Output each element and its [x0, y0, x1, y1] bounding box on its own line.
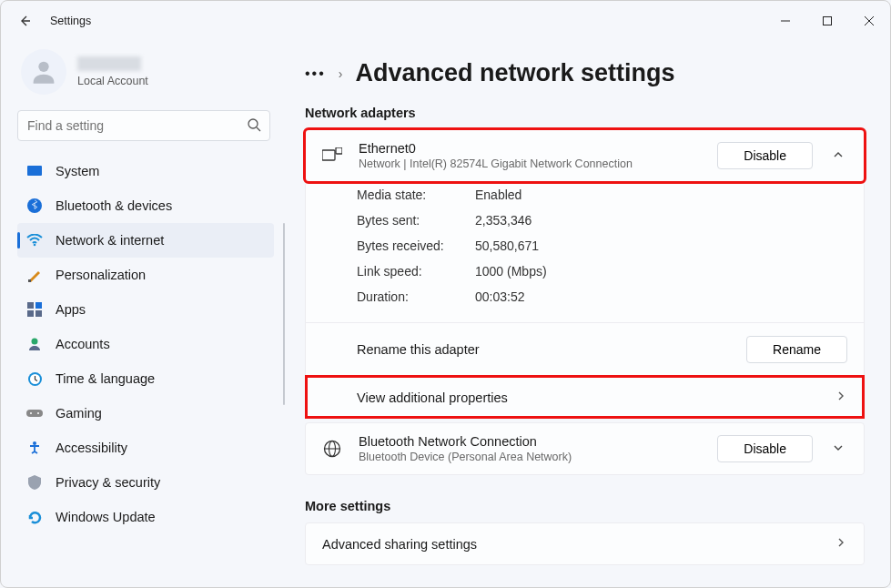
account-name [77, 56, 141, 71]
adapter-card-bluetooth: Bluetooth Network Connection Bluetooth D… [305, 422, 865, 475]
svg-rect-11 [27, 302, 34, 309]
rename-row: Rename this adapter Rename [306, 322, 864, 376]
adapter-details-card: Media state:Enabled Bytes sent:2,353,346… [305, 182, 865, 419]
apps-icon [26, 301, 43, 318]
sidebar-item-system[interactable]: System [17, 154, 274, 188]
minimize-button[interactable] [764, 1, 806, 41]
chevron-right-icon: › [339, 66, 343, 81]
detail-row: Bytes received:50,580,671 [357, 233, 847, 259]
page-title: Advanced network settings [355, 59, 674, 87]
sidebar-item-time[interactable]: Time & language [17, 361, 274, 396]
advanced-sharing-settings[interactable]: Advanced sharing settings [306, 523, 864, 564]
svg-point-19 [30, 412, 32, 414]
svg-point-4 [38, 62, 48, 72]
svg-point-5 [248, 119, 258, 128]
rename-button[interactable]: Rename [746, 336, 847, 363]
scroll-indicator [283, 223, 285, 405]
adapter-header[interactable]: Ethernet0 Network | Intel(R) 82574L Giga… [306, 130, 864, 181]
ethernet-icon [322, 147, 342, 164]
accounts-icon [26, 336, 43, 352]
personalization-icon [26, 267, 43, 283]
disable-button[interactable]: Disable [717, 435, 813, 462]
chevron-down-icon[interactable] [829, 441, 847, 457]
accessibility-icon [26, 440, 43, 456]
svg-rect-14 [35, 310, 42, 317]
sidebar-item-personalization[interactable]: Personalization [17, 258, 274, 292]
svg-rect-23 [336, 147, 342, 154]
search-icon [247, 117, 261, 135]
chevron-right-icon [835, 390, 847, 405]
account-type: Local Account [77, 75, 148, 87]
adapter-name: Ethernet0 [359, 141, 701, 156]
svg-rect-1 [824, 17, 832, 25]
detail-row: Bytes sent:2,353,346 [357, 208, 847, 233]
window-title: Settings [50, 15, 91, 27]
view-additional-properties[interactable]: View additional properties [306, 376, 864, 418]
section-more: More settings [305, 499, 865, 513]
sidebar-item-windows-update[interactable]: Windows Update [17, 500, 274, 534]
sidebar-item-privacy[interactable]: Privacy & security [17, 465, 274, 500]
detail-row: Link speed:1000 (Mbps) [357, 259, 847, 284]
adapter-card-ethernet0: Ethernet0 Network | Intel(R) 82574L Giga… [305, 129, 865, 182]
svg-point-21 [33, 441, 36, 445]
privacy-icon [26, 474, 43, 491]
maximize-button[interactable] [806, 1, 848, 41]
detail-row: Media state:Enabled [357, 182, 847, 208]
sidebar-item-network[interactable]: Network & internet [17, 223, 274, 258]
time-icon [26, 370, 43, 387]
svg-rect-7 [27, 166, 42, 176]
adapter-sub: Network | Intel(R) 82574L Gigabit Networ… [359, 157, 701, 170]
sidebar-item-accounts[interactable]: Accounts [17, 327, 274, 361]
sidebar-nav: System Bluetooth & devices Network & int… [17, 154, 274, 534]
search-input[interactable] [17, 110, 270, 141]
svg-rect-13 [27, 310, 34, 317]
sidebar-item-bluetooth[interactable]: Bluetooth & devices [17, 188, 274, 223]
sidebar-item-apps[interactable]: Apps [17, 292, 274, 327]
bluetooth-icon [26, 198, 43, 214]
adapter-header[interactable]: Bluetooth Network Connection Bluetooth D… [306, 423, 864, 474]
sidebar-item-accessibility[interactable]: Accessibility [17, 431, 274, 465]
svg-rect-12 [35, 302, 42, 309]
chevron-right-icon [835, 536, 847, 552]
avatar [21, 49, 66, 95]
disable-button[interactable]: Disable [717, 142, 813, 169]
svg-point-20 [37, 412, 39, 414]
back-button[interactable] [14, 14, 35, 28]
svg-rect-18 [26, 410, 43, 417]
svg-rect-10 [28, 279, 31, 282]
adapter-sub: Bluetooth Device (Personal Area Network) [359, 451, 701, 463]
globe-icon [322, 440, 342, 458]
breadcrumb-overflow[interactable]: ••• [305, 66, 326, 82]
svg-rect-22 [322, 150, 335, 160]
network-icon [26, 232, 43, 248]
more-settings-card: Advanced sharing settings [305, 522, 865, 565]
close-button[interactable] [848, 1, 890, 41]
gaming-icon [26, 405, 43, 421]
svg-point-9 [34, 244, 36, 247]
section-adapters: Network adapters [305, 106, 865, 120]
account-block[interactable]: Local Account [17, 48, 274, 103]
system-icon [26, 163, 43, 179]
detail-row: Duration:00:03:52 [357, 284, 847, 309]
adapter-name: Bluetooth Network Connection [359, 434, 701, 449]
chevron-up-icon[interactable] [829, 148, 847, 164]
svg-point-15 [32, 339, 38, 345]
windows-update-icon [26, 509, 43, 525]
svg-line-6 [257, 127, 260, 131]
sidebar-item-gaming[interactable]: Gaming [17, 396, 274, 431]
